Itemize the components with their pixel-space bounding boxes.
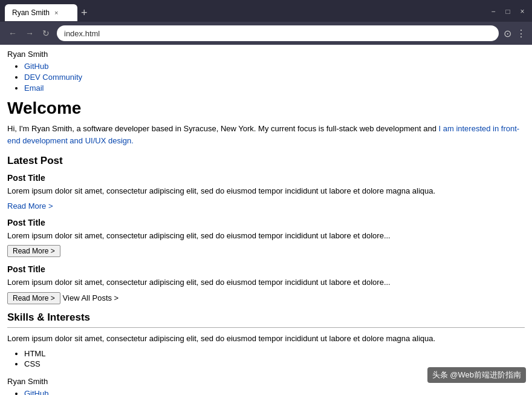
back-btn[interactable]: ← xyxy=(6,27,19,39)
forward-btn[interactable]: → xyxy=(23,27,36,39)
footer-github-link[interactable]: GitHub xyxy=(24,389,48,395)
post-1-read-more-link[interactable]: Read More > xyxy=(7,201,53,211)
intro-paragraph: Hi, I'm Ryan Smith, a software developer… xyxy=(7,123,525,146)
post-2-title: Post Title xyxy=(7,218,525,227)
intro-highlight2: UI/UX design. xyxy=(83,136,134,145)
tab-title: Ryan Smith xyxy=(12,8,50,17)
post-3-read-more-btn[interactable]: Read More > xyxy=(7,292,60,304)
email-link[interactable]: Email xyxy=(24,83,44,93)
minimize-btn[interactable]: − xyxy=(488,7,498,16)
skills-heading: Skills & Interests xyxy=(7,312,525,324)
post-3-title: Post Title xyxy=(7,264,525,274)
window-controls: − □ × xyxy=(488,7,527,18)
skills-divider xyxy=(7,327,525,328)
nav-buttons: ← → ↻ xyxy=(6,27,52,39)
header-nav: GitHub DEV Community Email xyxy=(7,61,525,93)
post-3-excerpt: Lorem ipsum dolor sit amet, consectetur … xyxy=(7,276,525,289)
nav-item-github: GitHub xyxy=(24,61,525,71)
page-content: Ryan Smith GitHub DEV Community Email We… xyxy=(0,45,532,395)
new-tab-btn[interactable]: + xyxy=(81,7,88,19)
account-icon[interactable]: ⊙ xyxy=(504,28,511,39)
dev-community-link[interactable]: DEV Community xyxy=(24,73,82,82)
refresh-btn[interactable]: ↻ xyxy=(40,27,52,39)
address-bar-row: ← → ↻ ⊙ ⋮ xyxy=(0,22,532,45)
post-1-excerpt: Lorem ipsum dolor sit amet, consectetur … xyxy=(7,185,525,197)
latest-post-heading: Latest Post xyxy=(7,155,525,167)
welcome-heading: Welcome xyxy=(7,99,525,118)
nav-item-dev: DEV Community xyxy=(24,72,525,82)
tab-bar: Ryan Smith × + − □ × xyxy=(0,0,532,22)
skill-html: HTML xyxy=(24,349,525,358)
maximize-btn[interactable]: □ xyxy=(503,7,513,16)
view-all-posts-link[interactable]: View All Posts > xyxy=(63,293,119,302)
nav-item-email: Email xyxy=(24,83,525,93)
footer-name: Ryan Smith xyxy=(7,377,525,386)
browser-menu: ⊙ ⋮ xyxy=(504,28,526,39)
skill-css: CSS xyxy=(24,359,525,368)
github-link[interactable]: GitHub xyxy=(24,62,48,71)
menu-icon[interactable]: ⋮ xyxy=(516,28,526,39)
footer-nav-item-github: GitHub xyxy=(24,388,525,395)
post-2-excerpt: Lorem ipsum dolor sit amet, consectetur … xyxy=(7,230,525,242)
tab-close-btn[interactable]: × xyxy=(54,9,58,16)
intro-pre: Hi, I'm Ryan Smith, a software developer… xyxy=(7,124,438,133)
footer-nav: GitHub DEV Community Email xyxy=(7,388,525,395)
close-btn[interactable]: × xyxy=(517,7,527,16)
browser-chrome: Ryan Smith × + − □ × ← → ↻ ⊙ ⋮ xyxy=(0,0,532,45)
post-2-read-more-btn[interactable]: Read More > xyxy=(7,245,60,257)
skills-description: Lorem ipsum dolor sit amet, consectetur … xyxy=(7,333,525,345)
post-1-title: Post Title xyxy=(7,173,525,183)
active-tab[interactable]: Ryan Smith × xyxy=(5,4,77,21)
address-input[interactable] xyxy=(57,25,499,41)
skills-list: HTML CSS xyxy=(7,349,525,368)
site-header-name: Ryan Smith xyxy=(7,50,525,59)
